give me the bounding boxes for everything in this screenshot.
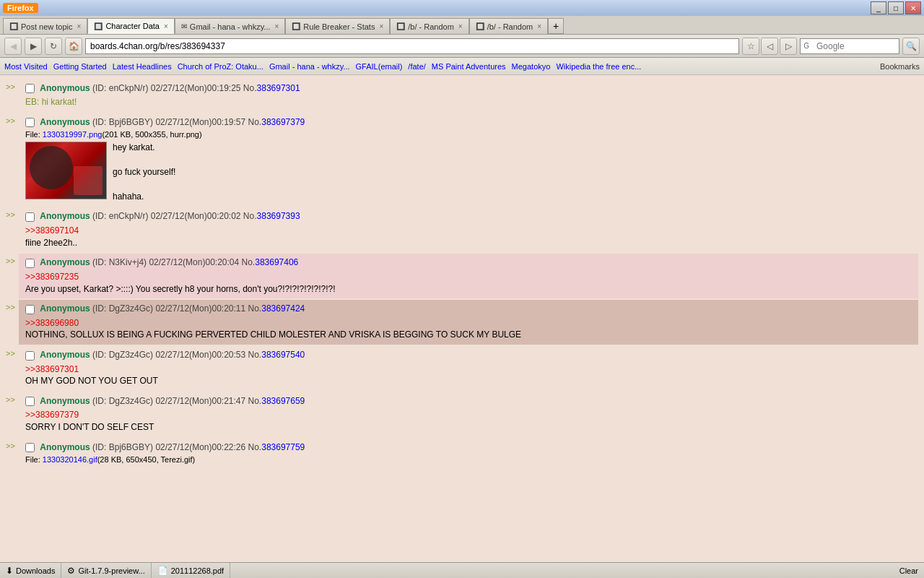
post-id-5: (ID: DgZ3z4Gc) <box>92 303 153 314</box>
post-container-1: >> Anonymous (ID: enCkpN/r) 02/27/12(Mon… <box>0 79 924 112</box>
bookmark-wikipedia[interactable]: Wikipedia the free enc... <box>556 62 641 71</box>
post-no-link-6[interactable]: 383697540 <box>261 350 305 360</box>
post-no-link-5[interactable]: 383697424 <box>261 303 305 314</box>
post-body-4: >>383697235 Are you upset, Karkat? >::::… <box>25 271 912 296</box>
search-engine-icon: G <box>801 42 812 50</box>
post-body-3: >>383697104 fiine 2hee2h.. <box>25 225 912 249</box>
post-text-3: fiine 2hee2h.. <box>25 238 77 248</box>
post-container-4: >> Anonymous (ID: N3Kiv+j4) 02/27/12(Mon… <box>0 254 924 298</box>
tab-b-random-2[interactable]: 🔲 /b/ - Random × <box>469 18 548 34</box>
post-header-6: Anonymous (ID: DgZ3z4Gc) 02/27/12(Mon)00… <box>25 350 912 360</box>
post-checkbox-7[interactable] <box>25 397 35 406</box>
tab-label-b2: /b/ - Random <box>487 22 533 31</box>
post-no-3: No.383697393 <box>243 211 300 221</box>
bookmark-church-of-proz[interactable]: Church of ProZ: Otaku... <box>178 62 263 71</box>
bookmarks-menu-label[interactable]: Bookmarks <box>880 62 920 71</box>
post-text-5: NOTHING, SOLLUX IS BEING A FUCKING PERVE… <box>25 329 521 340</box>
post-arrow-4: >> <box>6 256 16 298</box>
post-container-2: >> Anonymous (ID: Bpj6BGBY) 02/27/12(Mon… <box>0 113 924 206</box>
post-no-link-1[interactable]: 383697301 <box>257 83 300 93</box>
tab-gmail[interactable]: ✉ Gmail - hana - whkzy... × <box>175 18 286 34</box>
post-time-6: 02/27/12(Mon)00:20:53 <box>155 350 245 360</box>
post-time-2: 02/27/12(Mon)00:19:57 <box>155 117 245 127</box>
forward-button[interactable]: ▶ <box>25 38 42 55</box>
post-file-link-8[interactable]: 1330320146.gif <box>43 455 97 464</box>
nav-arrow-right[interactable]: ▷ <box>780 38 797 55</box>
tab-close-char[interactable]: × <box>164 22 168 30</box>
url-bar[interactable] <box>85 38 739 54</box>
navbar: ◀ ▶ ↻ 🏠 ☆ ◁ ▷ G 🔍 <box>0 35 924 58</box>
firefox-menu-button[interactable]: Firefox <box>3 3 38 13</box>
tab-close-rb[interactable]: × <box>379 22 383 30</box>
status-clear-button[interactable]: Clear <box>894 566 924 575</box>
post-no-link-7[interactable]: 383697659 <box>261 396 305 406</box>
bookmark-megatokyo[interactable]: Megatokyo <box>512 62 551 71</box>
post-no-link-2[interactable]: 383697379 <box>261 117 305 127</box>
tab-b-random-1[interactable]: 🔲 /b/ - Random × <box>390 18 468 34</box>
status-pdf[interactable]: 📄 201112268.pdf <box>152 563 230 578</box>
tab-rule-breaker[interactable]: 🔲 Rule Breaker - Stats × <box>285 18 390 34</box>
post-no-link-8[interactable]: 383697759 <box>261 442 305 452</box>
post-7: Anonymous (ID: DgZ3z4Gc) 02/27/12(Mon)00… <box>19 392 918 437</box>
bookmark-gmail[interactable]: Gmail - hana - whkzy... <box>269 62 350 71</box>
status-git-label: Git-1.7.9-preview... <box>78 566 144 575</box>
search-input[interactable] <box>812 39 899 53</box>
tab-label-b1: /b/ - Random <box>408 22 454 31</box>
tab-close-gmail[interactable]: × <box>275 22 279 30</box>
post-arrow-3: >> <box>6 210 16 252</box>
post-file-2: File: 1330319997.png(201 KB, 500x355, hu… <box>25 130 912 139</box>
post-reply-link-7[interactable]: >>383697379 <box>25 410 79 420</box>
search-submit-button[interactable]: 🔍 <box>902 38 920 55</box>
status-git[interactable]: ⚙ Git-1.7.9-preview... <box>61 563 151 578</box>
post-arrow-7: >> <box>6 395 16 437</box>
post-arrow-8: >> <box>6 441 16 470</box>
tab-close-b2[interactable]: × <box>537 22 541 30</box>
bookmark-star[interactable]: ☆ <box>742 38 759 55</box>
close-button[interactable]: ✕ <box>905 1 921 14</box>
post-header-1: Anonymous (ID: enCkpN/r) 02/27/12(Mon)00… <box>25 83 912 93</box>
post-id-1: (ID: enCkpN/r) <box>92 83 148 93</box>
maximize-button[interactable]: □ <box>888 1 904 14</box>
post-checkbox-6[interactable] <box>25 351 35 361</box>
post-checkbox-8[interactable] <box>25 443 35 452</box>
post-checkbox-5[interactable] <box>25 305 35 314</box>
post-no-link-3[interactable]: 383697393 <box>257 211 300 221</box>
status-downloads[interactable]: ⬇ Downloads <box>0 563 61 578</box>
tab-label-gmail: Gmail - hana - whkzy... <box>190 22 271 31</box>
post-checkbox-3[interactable] <box>25 212 35 222</box>
post-text-6: OH MY GOD NOT YOU GET OUT <box>25 376 158 386</box>
post-reply-link-4[interactable]: >>383697235 <box>25 272 79 282</box>
tab-character-data[interactable]: 🔲 Character Data × <box>87 18 174 34</box>
new-tab-button[interactable]: + <box>548 18 564 34</box>
post-reply-link-5[interactable]: >>383696980 <box>25 318 79 328</box>
bookmark-gfail[interactable]: GFAIL(email) <box>356 62 403 71</box>
home-button[interactable]: 🏠 <box>65 38 82 55</box>
nav-arrow-left[interactable]: ◁ <box>761 38 778 55</box>
back-button[interactable]: ◀ <box>4 38 22 55</box>
bookmark-most-visited[interactable]: Most Visited <box>4 62 48 71</box>
post-checkbox-4[interactable] <box>25 259 35 268</box>
post-checkbox-1[interactable] <box>25 84 35 93</box>
bookmark-fate[interactable]: /fate/ <box>408 62 425 71</box>
post-file-link-2[interactable]: 1330319997.png <box>43 130 103 139</box>
post-name-4: Anonymous <box>40 257 90 267</box>
post-checkbox-2[interactable] <box>25 118 35 127</box>
tab-bar: 🔲 Post new topic × 🔲 Character Data × ✉ … <box>0 16 924 35</box>
tab-close-post[interactable]: × <box>77 22 82 30</box>
bookmark-ms-paint[interactable]: MS Paint Adventures <box>432 62 506 71</box>
bookmark-latest-headlines[interactable]: Latest Headlines <box>113 62 172 71</box>
post-container-5: >> Anonymous (ID: DgZ3z4Gc) 02/27/12(Mon… <box>0 300 924 345</box>
post-header-7: Anonymous (ID: DgZ3z4Gc) 02/27/12(Mon)00… <box>25 396 912 406</box>
main-content: >> Anonymous (ID: enCkpN/r) 02/27/12(Mon… <box>0 75 924 562</box>
post-reply-link-6[interactable]: >>383697301 <box>25 364 79 374</box>
post-body-1: EB: hi karkat! <box>25 96 912 108</box>
tab-label-char: Character Data <box>105 22 160 30</box>
post-no-link-4[interactable]: 383697406 <box>255 257 298 267</box>
tab-icon-b1: 🔲 <box>396 22 405 30</box>
tab-post-new-topic[interactable]: 🔲 Post new topic × <box>3 18 87 34</box>
tab-close-b1[interactable]: × <box>458 22 463 30</box>
post-reply-link-3[interactable]: >>383697104 <box>25 225 79 236</box>
minimize-button[interactable]: _ <box>871 1 886 14</box>
bookmark-getting-started[interactable]: Getting Started <box>53 62 107 71</box>
reload-button[interactable]: ↻ <box>45 38 62 55</box>
